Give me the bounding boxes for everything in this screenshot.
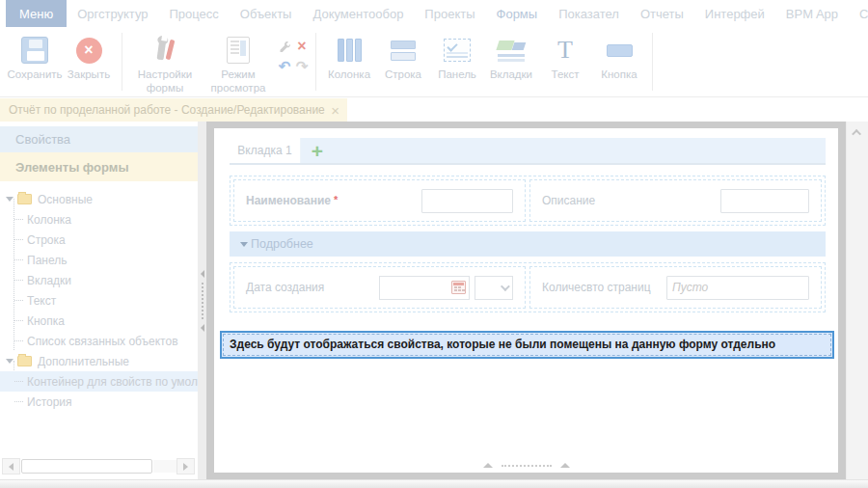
menu-item-interface[interactable]: Интерфей: [694, 0, 775, 27]
chevron-down-icon: [240, 242, 248, 247]
close-button[interactable]: × Закрыть: [62, 31, 116, 82]
splitter-grip[interactable]: [202, 283, 203, 319]
scrollbar-thumb[interactable]: [21, 459, 152, 474]
field-description-label: Описание: [542, 194, 595, 207]
sidebar: Свойства Элементы формы Основные Колонка…: [0, 122, 198, 479]
scrollbar-track[interactable]: [153, 460, 176, 473]
add-row-button[interactable]: Строка: [376, 31, 430, 82]
default-properties-text: Здесь будут отображаться свойства, котор…: [223, 334, 831, 356]
menu-item-reports[interactable]: Отчеты: [630, 0, 694, 27]
tab-close-icon[interactable]: ×: [331, 103, 339, 118]
tree-item-tabs[interactable]: Вкладки: [0, 270, 198, 290]
tree-item-linked-objects[interactable]: Список связанных объектов: [0, 331, 198, 351]
delete-icon[interactable]: ×: [294, 39, 310, 54]
menu-item-menu[interactable]: Меню: [6, 0, 67, 27]
add-button-button[interactable]: Кнопка: [592, 31, 646, 82]
ribbon-group-form: Настройки формы Режим просмотра × ↶ ↷: [124, 27, 313, 96]
tree-item-label: Колонка: [27, 213, 71, 227]
scroll-up-button[interactable]: [847, 122, 868, 143]
details-label: Подробнее: [251, 237, 313, 251]
tree-item-column[interactable]: Колонка: [0, 209, 198, 230]
vertical-scrollbar[interactable]: [846, 122, 868, 479]
form-designer-canvas: Вкладка 1 + Наименование* Описание: [214, 128, 838, 473]
menu-item-indicators[interactable]: Показател: [548, 0, 630, 27]
menu-item-orgstructure[interactable]: Оргструктур: [67, 0, 158, 27]
collapse-left-icon[interactable]: [201, 324, 204, 332]
redo-icon[interactable]: ↷: [294, 58, 310, 73]
save-button[interactable]: Сохранить: [8, 31, 62, 82]
tree-item-button[interactable]: Кнопка: [0, 311, 198, 331]
add-tab-button[interactable]: +: [301, 138, 334, 163]
tree-item-label: Строка: [27, 233, 66, 247]
menu-item-documents[interactable]: Документообор: [302, 0, 414, 27]
folder-icon: [17, 356, 32, 366]
tree-item-row[interactable]: Строка: [0, 230, 198, 250]
collapse-left-icon[interactable]: [201, 270, 204, 278]
tree-item-label: Основные: [38, 193, 93, 206]
chevron-down-icon[interactable]: [6, 359, 14, 364]
collapse-up-icon[interactable]: [483, 463, 493, 468]
tree-item-panel[interactable]: Панель: [0, 250, 198, 270]
details-section-header[interactable]: Подробнее: [230, 231, 826, 257]
sidebar-horizontal-scrollbar[interactable]: [2, 458, 195, 474]
sidebar-header-properties[interactable]: Свойства: [0, 126, 198, 152]
date-input[interactable]: [379, 276, 470, 300]
description-input[interactable]: [720, 189, 809, 213]
text-icon: T: [557, 38, 573, 63]
main-menu-bar: Меню Оргструктур Процесс Объекты Докумен…: [0, 0, 868, 27]
tree-item-label: Список связанных объектов: [27, 335, 178, 348]
tree-item-default-container[interactable]: Контейнер для свойств по умол: [0, 371, 198, 392]
menu-item-scenarios[interactable]: Сценари: [849, 0, 868, 27]
ribbon-group-file: Сохранить × Закрыть: [4, 27, 120, 96]
name-input[interactable]: [421, 189, 513, 213]
tree-item-text[interactable]: Текст: [0, 290, 198, 311]
chevron-down-icon[interactable]: [6, 197, 14, 202]
sidebar-header-form-elements[interactable]: Элементы формы: [0, 152, 198, 181]
tree-item-history[interactable]: История: [0, 392, 198, 412]
page-count-input[interactable]: [666, 276, 809, 300]
scroll-left-button[interactable]: [2, 458, 20, 474]
calendar-icon[interactable]: [451, 281, 466, 294]
document-tab[interactable]: Отчёт по проделанной работе - Создание/Р…: [0, 98, 347, 122]
undo-icon[interactable]: ↶: [277, 58, 292, 73]
collapse-up-icon[interactable]: [560, 463, 570, 468]
arrow-left-icon: [9, 463, 14, 471]
folder-icon: [17, 194, 32, 204]
form-tab-1[interactable]: Вкладка 1: [230, 138, 301, 163]
add-tabs-button[interactable]: Вкладки: [484, 31, 538, 82]
ribbon-toolbar: Сохранить × Закрыть Настройки формы Режи…: [0, 27, 868, 97]
form-row-1: Наименование* Описание: [230, 176, 826, 226]
form-settings-button[interactable]: Настройки формы: [128, 31, 202, 95]
field-name[interactable]: Наименование*: [233, 179, 526, 222]
tree-item-main-group[interactable]: Основные: [0, 189, 198, 209]
ribbon-small-buttons: × ↶ ↷: [277, 31, 310, 75]
time-dropdown[interactable]: [475, 276, 513, 300]
ribbon-separator: [315, 33, 316, 91]
ribbon-group-elements: Колонка Строка Панель Вкладки T Текст Кн…: [318, 27, 650, 96]
wrench-icon[interactable]: [277, 39, 292, 54]
field-description[interactable]: Описание: [529, 179, 822, 222]
default-properties-container[interactable]: Здесь будут отображаться свойства, котор…: [220, 331, 834, 359]
field-page-count[interactable]: Количесвто страниц: [529, 266, 822, 309]
required-mark: *: [334, 194, 338, 205]
preview-mode-button[interactable]: Режим просмотра: [202, 31, 275, 95]
menu-item-process[interactable]: Процесс: [159, 0, 230, 27]
scroll-right-button[interactable]: [176, 458, 195, 474]
splitter-grip[interactable]: [502, 465, 552, 467]
field-creation-date[interactable]: Дата создания: [233, 266, 526, 309]
menu-item-objects[interactable]: Объекты: [230, 0, 303, 27]
add-text-button[interactable]: T Текст: [538, 31, 592, 82]
form-row-2: Дата создания Количесвто страниц: [230, 262, 826, 312]
menu-item-projects[interactable]: Проекты: [414, 0, 485, 27]
add-column-button[interactable]: Колонка: [322, 31, 376, 82]
chevron-up-icon: [852, 128, 861, 138]
menu-item-bpm-app[interactable]: BPM App: [775, 0, 849, 27]
tree-item-label: Контейнер для свойств по умол: [27, 375, 198, 389]
horizontal-splitter-handle[interactable]: [483, 463, 570, 468]
menu-item-forms[interactable]: Формы: [486, 0, 549, 27]
form-designer-frame: Вкладка 1 + Наименование* Описание: [206, 122, 846, 479]
form-tab-strip: Вкладка 1 +: [230, 138, 826, 165]
vertical-splitter[interactable]: [198, 122, 206, 479]
add-panel-button[interactable]: Панель: [430, 31, 484, 82]
tree-item-additional-group[interactable]: Дополнительные: [0, 351, 198, 371]
